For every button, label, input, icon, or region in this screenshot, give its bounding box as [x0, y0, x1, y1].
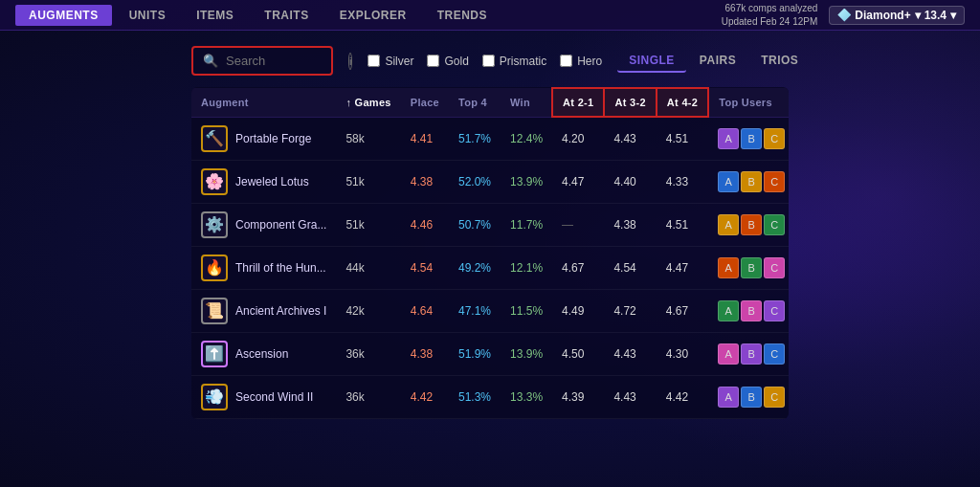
user-avatar: C [764, 343, 785, 365]
top-navigation: AUGMENTS UNITS ITEMS TRAITS EXPLORER TRE… [0, 0, 980, 31]
top-users-cell: A B C ⤢ [708, 246, 789, 289]
nav-right: 667k comps analyzed Updated Feb 24 12PM … [722, 2, 965, 29]
tab-units[interactable]: UNITS [116, 5, 180, 26]
at21-cell: 4.39 [552, 375, 604, 418]
table-row[interactable]: ⚙️ Component Gra... 51k 4.46 50.7% 11.7%… [191, 203, 789, 246]
table-row[interactable]: 🔥 Thrill of the Hun... 44k 4.54 49.2% 12… [191, 246, 789, 289]
at21-cell: 4.47 [552, 160, 604, 203]
filter-gold[interactable]: Gold [427, 55, 468, 68]
diamond-icon [837, 9, 851, 22]
at32-cell: 4.38 [604, 203, 656, 246]
user-avatar: B [741, 214, 762, 235]
at32-cell: 4.54 [604, 246, 656, 289]
info-button[interactable]: i [348, 53, 352, 70]
augment-cell: ⬆️ Ascension [191, 332, 336, 375]
augment-icon: 💨 [201, 384, 228, 410]
chevron-down-icon: ▾ [915, 9, 921, 22]
user-avatar: A [718, 257, 739, 278]
table-row[interactable]: 📜 Ancient Archives I 42k 4.64 47.1% 11.5… [191, 289, 789, 332]
table-row[interactable]: ⬆️ Ascension 36k 4.38 51.9% 13.9% 4.50 4… [191, 332, 789, 375]
tab-traits[interactable]: TRAITS [251, 5, 322, 26]
place-cell: 4.46 [401, 203, 449, 246]
user-avatar: B [741, 171, 762, 192]
place-cell: 4.38 [401, 332, 449, 375]
at42-cell: 4.67 [657, 289, 708, 332]
top4-cell: 51.3% [449, 375, 501, 418]
user-avatar: B [741, 343, 762, 365]
tab-augments[interactable]: AUGMENTS [15, 5, 112, 26]
at21-cell: — [552, 203, 604, 246]
user-avatar: C [764, 214, 785, 235]
filter-bar: 🔍 i Silver Gold Prismatic Hero SINGL [191, 46, 789, 76]
user-avatar: A [718, 128, 739, 149]
top-users-cell: A B C ⤢ [708, 160, 789, 203]
type-tabs: SINGLE PAIRS TRIOS [617, 50, 810, 73]
place-cell: 4.64 [401, 289, 449, 332]
rank-label: Diamond+ [855, 9, 910, 22]
type-tab-single[interactable]: SINGLE [617, 50, 686, 73]
games-cell: 44k [336, 246, 400, 289]
table-row[interactable]: 🔨 Portable Forge 58k 4.41 51.7% 12.4% 4.… [191, 117, 789, 160]
type-tab-trios[interactable]: TRIOS [749, 50, 810, 73]
augment-cell: 📜 Ancient Archives I [191, 289, 336, 332]
col-header-at32: At 3-2 [604, 88, 656, 117]
user-avatar: C [764, 257, 785, 278]
user-avatar: A [718, 171, 739, 192]
augment-icon: 🌸 [201, 168, 228, 195]
prismatic-checkbox[interactable] [482, 55, 495, 67]
augment-name: Jeweled Lotus [235, 175, 309, 188]
win-cell: 13.9% [501, 332, 552, 375]
tab-trends[interactable]: TRENDS [424, 5, 501, 26]
at21-cell: 4.50 [552, 332, 604, 375]
prismatic-label: Prismatic [500, 55, 546, 68]
main-content: 🔍 i Silver Gold Prismatic Hero SINGL [0, 31, 980, 434]
user-avatar: A [718, 343, 739, 365]
place-cell: 4.54 [401, 246, 449, 289]
at32-cell: 4.40 [604, 160, 656, 203]
user-avatar: C [764, 128, 785, 149]
col-header-top4: Top 4 [449, 88, 501, 117]
at32-cell: 4.72 [604, 289, 656, 332]
win-cell: 11.7% [501, 203, 552, 246]
augment-cell: 🌸 Jeweled Lotus [191, 160, 336, 203]
top4-cell: 51.7% [449, 117, 501, 160]
silver-checkbox[interactable] [368, 55, 380, 67]
user-avatar: A [718, 300, 739, 321]
type-tab-pairs[interactable]: PAIRS [688, 50, 747, 73]
version-chevron-icon: ▾ [950, 9, 956, 22]
augment-name: Component Gra... [235, 218, 326, 232]
augments-table-container: Augment ↑ Games Place Top 4 Win At 2-1 A… [191, 87, 789, 419]
table-header-row: Augment ↑ Games Place Top 4 Win At 2-1 A… [191, 88, 789, 117]
augment-name: Ancient Archives I [235, 304, 326, 318]
games-cell: 51k [336, 203, 400, 246]
at32-cell: 4.43 [604, 332, 656, 375]
tab-explorer[interactable]: EXPLORER [326, 5, 420, 26]
table-body: 🔨 Portable Forge 58k 4.41 51.7% 12.4% 4.… [191, 117, 789, 418]
tab-items[interactable]: ITEMS [183, 5, 247, 26]
win-cell: 13.3% [501, 375, 552, 418]
rank-selector[interactable]: Diamond+ ▾ 13.4 ▾ [829, 6, 965, 25]
silver-label: Silver [385, 55, 413, 68]
filter-silver[interactable]: Silver [368, 55, 413, 68]
filter-hero[interactable]: Hero [560, 55, 602, 68]
filter-options: Silver Gold Prismatic Hero [368, 55, 602, 68]
place-cell: 4.41 [401, 117, 449, 160]
user-avatar: B [741, 300, 762, 321]
col-header-augment: Augment [191, 88, 336, 117]
table-row[interactable]: 💨 Second Wind II 36k 4.42 51.3% 13.3% 4.… [191, 375, 789, 418]
win-cell: 12.1% [501, 246, 552, 289]
augment-icon: 🔨 [201, 125, 228, 152]
gold-checkbox[interactable] [427, 55, 439, 67]
place-cell: 4.42 [401, 375, 449, 418]
augment-icon: ⚙️ [201, 211, 228, 238]
gold-label: Gold [444, 55, 468, 68]
search-input[interactable] [226, 54, 322, 68]
augment-cell: 🔥 Thrill of the Hun... [191, 246, 336, 289]
filter-prismatic[interactable]: Prismatic [482, 55, 546, 68]
augment-name: Ascension [235, 347, 288, 361]
table-row[interactable]: 🌸 Jeweled Lotus 51k 4.38 52.0% 13.9% 4.4… [191, 160, 789, 203]
col-header-games[interactable]: ↑ Games [336, 88, 400, 117]
user-avatar: C [764, 171, 785, 192]
col-header-win: Win [501, 88, 552, 117]
hero-checkbox[interactable] [560, 55, 572, 67]
